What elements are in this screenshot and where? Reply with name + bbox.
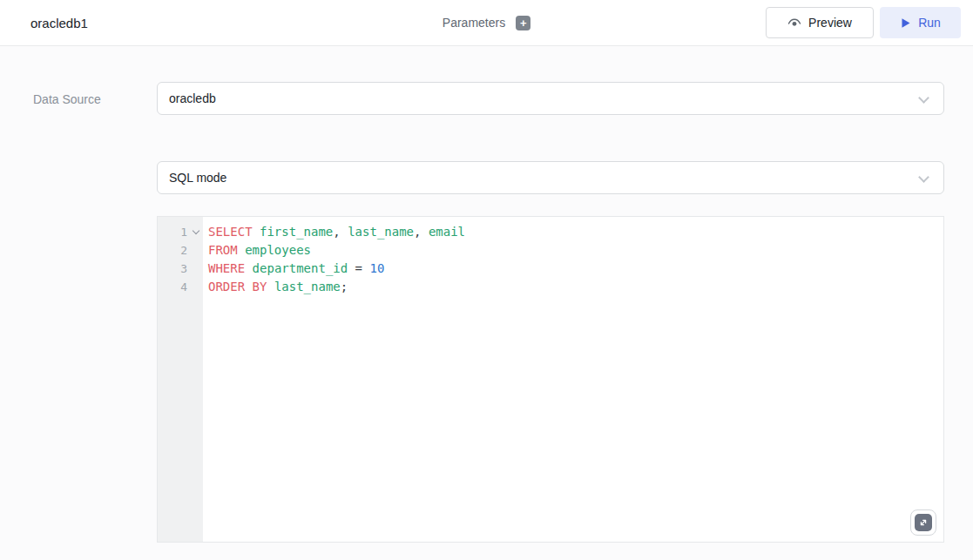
parameters-label: Parameters xyxy=(443,16,505,30)
code-line: ORDER BY last_name; xyxy=(208,278,943,296)
header-bar: oracledb1 Parameters + Preview xyxy=(0,0,973,46)
code-line: WHERE department_id = 10 xyxy=(208,260,943,278)
line-number: 4 xyxy=(158,278,203,296)
chevron-down-icon xyxy=(918,92,929,104)
add-parameter-button[interactable]: + xyxy=(516,16,530,30)
play-icon xyxy=(900,17,911,29)
datasource-select[interactable]: oracledb xyxy=(157,82,944,115)
line-number: 2 xyxy=(158,241,203,260)
line-number: 3 xyxy=(158,260,203,278)
datasource-select-value: oracledb xyxy=(169,91,216,105)
preview-button-label: Preview xyxy=(808,16,852,30)
expand-button-ring xyxy=(910,509,936,536)
query-editor-page: oracledb1 Parameters + Preview xyxy=(0,0,973,560)
run-button[interactable]: Run xyxy=(880,7,961,38)
query-mode-select-value: SQL mode xyxy=(169,171,226,185)
sql-code-lines: SELECT first_name, last_name, emailFROM … xyxy=(208,223,943,296)
page-title: oracledb1 xyxy=(30,0,88,45)
expand-icon xyxy=(918,517,929,528)
expand-editor-button[interactable] xyxy=(915,514,932,531)
header-actions: Preview Run xyxy=(766,7,961,38)
datasource-label: Data Source xyxy=(33,92,101,106)
plus-icon: + xyxy=(520,17,527,29)
fold-chevron-icon[interactable] xyxy=(193,227,199,234)
sql-code-area[interactable]: SELECT first_name, last_name, emailFROM … xyxy=(203,217,943,542)
editor-gutter: 1234 xyxy=(158,217,203,542)
sql-editor: 1234 SELECT first_name, last_name, email… xyxy=(157,216,944,543)
eye-icon xyxy=(787,16,801,30)
preview-button[interactable]: Preview xyxy=(766,7,874,38)
code-line: SELECT first_name, last_name, email xyxy=(208,223,943,241)
run-button-label: Run xyxy=(918,16,941,30)
line-number: 1 xyxy=(158,223,203,241)
chevron-down-icon xyxy=(918,172,929,183)
query-mode-select[interactable]: SQL mode xyxy=(157,161,944,194)
code-line: FROM employees xyxy=(208,241,943,260)
